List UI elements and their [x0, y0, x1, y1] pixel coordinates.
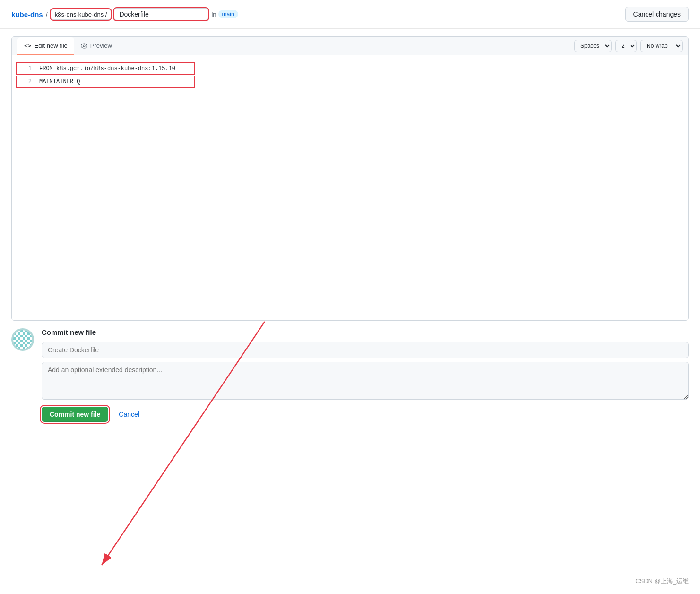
code-line-1: 1 FROM k8s.gcr.io/k8s-dns-kube-dns:1.15.…: [16, 62, 195, 75]
code-line-2: 2 MAINTAINER Q: [16, 76, 195, 88]
watermark: CSDN @上海_运维: [635, 577, 689, 585]
top-bar: kube-dns / k8s-dns-kube-dns / in main Ca…: [0, 0, 700, 29]
commit-actions: Commit new file Cancel: [42, 407, 689, 422]
code-editor[interactable]: 1 FROM k8s.gcr.io/k8s-dns-kube-dns:1.15.…: [12, 55, 688, 320]
branch-name: main: [218, 10, 238, 18]
tab-edit[interactable]: <> Edit new file: [17, 37, 74, 55]
commit-description-textarea[interactable]: [42, 362, 689, 400]
in-label: in: [211, 11, 216, 18]
spaces-select[interactable]: Spaces: [574, 40, 612, 52]
editor-tab-bar: <> Edit new file Preview Spaces 2: [12, 37, 688, 55]
cancel-changes-button[interactable]: Cancel changes: [625, 7, 689, 22]
branch-badge: in main: [211, 10, 238, 18]
commit-cancel-button[interactable]: Cancel: [113, 407, 145, 421]
indent-select[interactable]: 2 4: [615, 40, 637, 52]
commit-new-file-button[interactable]: Commit new file: [42, 407, 108, 422]
breadcrumb-sep: /: [46, 10, 48, 18]
editor-options: Spaces 2 4 No wrap Soft wrap: [574, 37, 683, 55]
tab-preview[interactable]: Preview: [74, 37, 119, 55]
tab-preview-label: Preview: [90, 42, 112, 49]
path-segment: k8s-dns-kube-dns /: [51, 9, 112, 20]
svg-point-1: [83, 45, 85, 47]
commit-section: Commit new file Commit new file Cancel: [11, 328, 689, 422]
wrap-select[interactable]: No wrap Soft wrap: [640, 40, 683, 52]
commit-form: Commit new file Commit new file Cancel: [42, 328, 689, 422]
edit-icon: <>: [24, 42, 32, 49]
commit-title: Commit new file: [42, 328, 689, 336]
editor-container: <> Edit new file Preview Spaces 2: [11, 36, 689, 321]
svg-point-0: [81, 44, 87, 48]
repo-link[interactable]: kube-dns: [11, 10, 43, 18]
filename-input[interactable]: [114, 8, 208, 20]
line-number-1: 1: [17, 64, 39, 73]
line-content-2: MAINTAINER Q: [39, 77, 80, 87]
commit-message-input[interactable]: [42, 342, 689, 358]
tab-edit-label: Edit new file: [35, 42, 68, 49]
line-number-2: 2: [17, 77, 39, 87]
line-content-1: FROM k8s.gcr.io/k8s-dns-kube-dns:1.15.10: [39, 64, 175, 73]
preview-icon: [81, 42, 87, 49]
avatar: [11, 328, 34, 351]
